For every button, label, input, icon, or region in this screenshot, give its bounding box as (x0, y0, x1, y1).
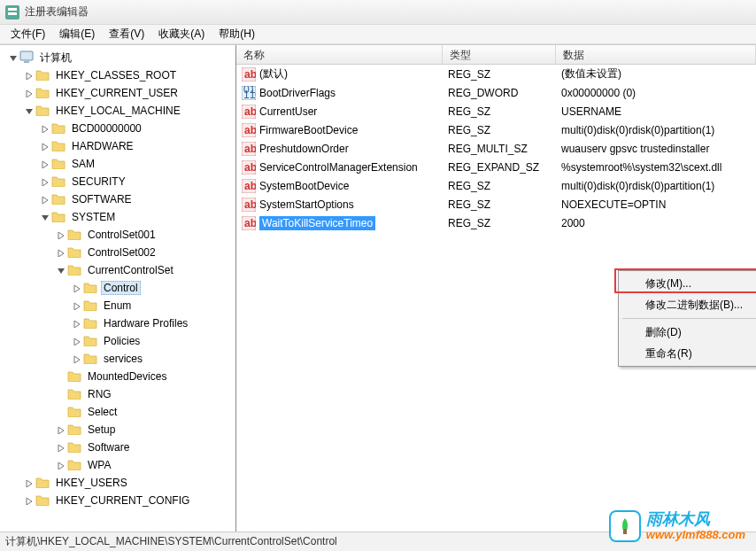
tree-item-sam[interactable]: SAM (0, 155, 235, 173)
expand-icon[interactable] (23, 88, 34, 98)
expand-icon[interactable] (39, 194, 50, 205)
tree-item-hardware[interactable]: HARDWARE (0, 137, 235, 155)
tree-item-hkcc[interactable]: HKEY_CURRENT_CONFIG (0, 492, 235, 509)
expand-icon[interactable] (71, 336, 81, 346)
tree-item-select[interactable]: Select (0, 403, 235, 421)
value-row[interactable]: SystemBootDeviceREG_SZmulti(0)disk(0)rdi… (236, 176, 756, 195)
tree-item-security[interactable]: SECURITY (0, 173, 235, 190)
expand-icon[interactable] (39, 176, 50, 187)
list-header: 名称 类型 数据 (236, 45, 756, 65)
tree-item-enum[interactable]: Enum (0, 297, 235, 314)
expand-icon[interactable] (55, 460, 66, 470)
tree-item-rng[interactable]: RNG (0, 385, 235, 403)
value-row[interactable]: SystemStartOptionsREG_SZ NOEXECUTE=OPTIN (236, 195, 756, 213)
tree-item-software2[interactable]: Software (0, 438, 235, 456)
value-row[interactable]: (默认)REG_SZ(数值未设置) (236, 65, 756, 83)
tree-item-cs001[interactable]: ControlSet001 (0, 226, 235, 244)
expand-icon[interactable] (71, 283, 81, 293)
expand-icon[interactable] (23, 495, 34, 506)
tree-item-root[interactable]: 计算机 (0, 49, 235, 66)
tree-label: SAM (69, 157, 97, 171)
folder-icon (83, 352, 101, 367)
expand-icon[interactable] (39, 159, 50, 169)
tree-item-system[interactable]: SYSTEM (0, 208, 235, 226)
column-data[interactable]: 数据 (556, 45, 756, 64)
menu-favorites[interactable]: 收藏夹(A) (151, 25, 212, 43)
expand-icon[interactable] (39, 141, 50, 151)
tree-item-hwprofiles[interactable]: Hardware Profiles (0, 314, 235, 332)
tree-label: HARDWARE (69, 139, 136, 153)
string-value-icon (242, 198, 256, 212)
statusbar: 计算机\HKEY_LOCAL_MACHINE\SYSTEM\CurrentCon… (0, 532, 756, 551)
folder-icon (51, 175, 69, 190)
context-modify-binary[interactable]: 修改二进制数据(B)... (621, 294, 756, 315)
context-delete[interactable]: 删除(D) (621, 322, 756, 343)
tree-item-software[interactable]: SOFTWARE (0, 190, 235, 208)
value-name: CurrentUser (259, 105, 317, 118)
tree-item-hku[interactable]: HKEY_USERS (0, 474, 235, 492)
tree-item-services[interactable]: services (0, 350, 235, 368)
folder-icon (83, 334, 101, 349)
expand-icon[interactable] (55, 442, 66, 453)
window-title: 注册表编辑器 (25, 4, 89, 19)
context-rename[interactable]: 重命名(R) (621, 343, 756, 364)
tree-label: SECURITY (69, 175, 128, 189)
value-name: PreshutdownOrder (259, 143, 349, 155)
tree-item-hkcu[interactable]: HKEY_CURRENT_USER (0, 84, 235, 102)
value-row[interactable]: WaitToKillServiceTimeoREG_SZ2000 (236, 213, 756, 232)
tree-label: HKEY_CURRENT_USER (53, 86, 181, 100)
column-type[interactable]: 类型 (443, 45, 556, 64)
value-name: ServiceControlManagerExtension (259, 161, 418, 174)
tree-item-hkcr[interactable]: HKEY_CLASSES_ROOT (0, 66, 235, 84)
tree-item-bcd[interactable]: BCD00000000 (0, 120, 235, 137)
tree-item-cs002[interactable]: ControlSet002 (0, 244, 235, 261)
value-type: REG_EXPAND_SZ (443, 161, 556, 174)
string-value-icon (242, 142, 256, 156)
menu-help[interactable]: 帮助(H) (212, 25, 262, 43)
collapse-icon[interactable] (55, 265, 66, 276)
svg-rect-9 (8, 12, 17, 15)
collapse-icon[interactable] (23, 105, 34, 116)
tree-item-mounted[interactable]: MountedDevices (0, 368, 235, 385)
tree-item-hklm[interactable]: HKEY_LOCAL_MACHINE (0, 102, 235, 120)
column-name[interactable]: 名称 (236, 45, 443, 64)
collapse-icon[interactable] (39, 212, 50, 222)
tree-item-setup[interactable]: Setup (0, 421, 235, 438)
value-row[interactable]: FirmwareBootDeviceREG_SZmulti(0)disk(0)r… (236, 120, 756, 139)
value-type: REG_SZ (443, 105, 556, 118)
expand-icon[interactable] (71, 300, 81, 311)
context-modify[interactable]: 修改(M)... (621, 273, 756, 294)
string-value-icon (242, 179, 256, 193)
tree-label: Setup (85, 423, 118, 437)
value-row[interactable]: ServiceControlManagerExtensionREG_EXPAND… (236, 158, 756, 176)
expand-icon[interactable] (71, 318, 81, 329)
menubar: 文件(F) 编辑(E) 查看(V) 收藏夹(A) 帮助(H) (0, 25, 756, 44)
titlebar: 注册表编辑器 (0, 0, 756, 25)
expand-icon[interactable] (71, 353, 81, 364)
expand-icon[interactable] (55, 229, 66, 240)
tree-item-wpa[interactable]: WPA (0, 456, 235, 474)
value-data: 2000 (556, 217, 756, 229)
string-value-icon (242, 216, 256, 230)
expand-icon[interactable] (23, 70, 34, 81)
tree-label: 计算机 (37, 50, 74, 66)
folder-icon (51, 192, 69, 207)
menu-edit[interactable]: 编辑(E) (52, 25, 102, 43)
menu-file[interactable]: 文件(F) (4, 25, 52, 43)
value-data: multi(0)disk(0)rdisk(0)partition(1) (556, 180, 756, 192)
value-row[interactable]: PreshutdownOrderREG_MULTI_SZwuauserv gps… (236, 139, 756, 158)
value-row[interactable]: BootDriverFlagsREG_DWORD0x00000000 (0) (236, 83, 756, 102)
value-data: wuauserv gpsvc trustedinstaller (556, 143, 756, 155)
tree-item-control[interactable]: Control (0, 279, 235, 297)
expand-icon[interactable] (39, 123, 50, 134)
expand-icon[interactable] (55, 247, 66, 258)
context-separator (622, 318, 756, 319)
expand-icon[interactable] (55, 424, 66, 435)
menu-view[interactable]: 查看(V) (102, 25, 151, 43)
tree-pane[interactable]: 计算机HKEY_CLASSES_ROOTHKEY_CURRENT_USERHKE… (0, 45, 236, 532)
tree-item-policies[interactable]: Policies (0, 332, 235, 350)
collapse-icon[interactable] (7, 52, 18, 63)
expand-icon[interactable] (23, 477, 34, 488)
tree-item-ccs[interactable]: CurrentControlSet (0, 261, 235, 279)
value-row[interactable]: CurrentUserREG_SZUSERNAME (236, 102, 756, 120)
